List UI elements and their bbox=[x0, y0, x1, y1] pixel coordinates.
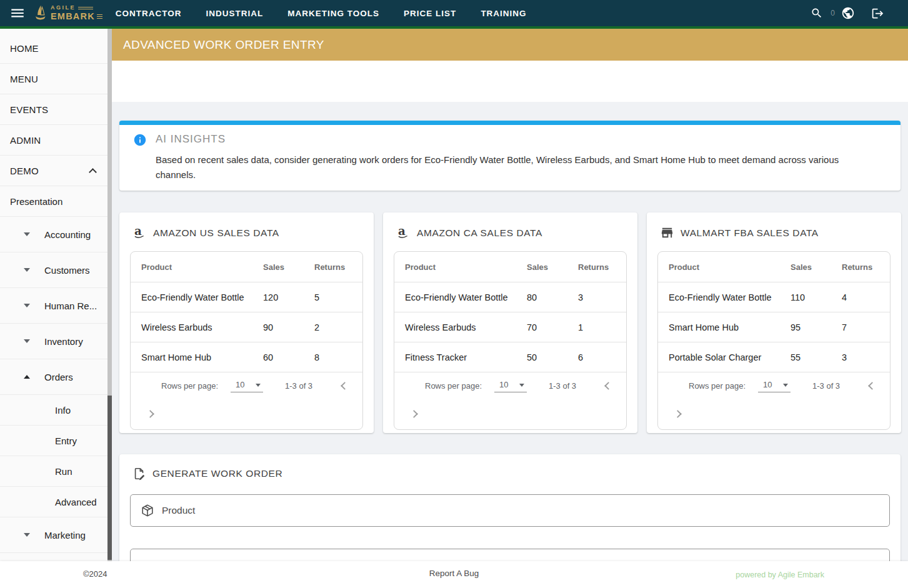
table-row: Portable Solar Charger 55 3 bbox=[658, 342, 890, 372]
sidebar-item-menu[interactable]: MENU bbox=[0, 64, 112, 94]
table-row: Eco-Friendly Water Bottle 120 5 bbox=[131, 282, 362, 312]
sidebar-item-label: Presentation bbox=[10, 196, 62, 207]
sidebar-item-customers[interactable]: Customers bbox=[0, 252, 112, 288]
triangle-down-icon bbox=[24, 268, 30, 272]
cell-returns: 3 bbox=[578, 292, 627, 302]
sidebar-item-inventory[interactable]: Inventory bbox=[0, 324, 112, 359]
brand-logo[interactable]: AGILE EMBARK bbox=[33, 4, 102, 22]
cell-sales: 70 bbox=[527, 322, 578, 332]
triangle-down-icon bbox=[24, 232, 30, 236]
table-pagination: Rows per page: 10 1-3 of 3 bbox=[131, 372, 362, 430]
sales-table: Product Sales Returns Eco-Friendly Water… bbox=[130, 251, 363, 430]
cell-product: Eco-Friendly Water Bottle bbox=[669, 292, 791, 302]
card-header: GENERATE WORK ORDER bbox=[132, 467, 282, 481]
sidebar-item-presentation[interactable]: Presentation bbox=[0, 186, 112, 217]
sidebar-item-label: Inventory bbox=[44, 336, 83, 347]
card-title: AMAZON US SALES DATA bbox=[153, 227, 279, 239]
sidebar-item-accounting[interactable]: Accounting bbox=[0, 217, 112, 252]
table-row: Smart Home Hub 95 7 bbox=[658, 312, 890, 342]
breadcrumb-band: HOME / DEMOS / WORK ORDERS / WORK ORDER … bbox=[112, 61, 908, 102]
sidebar-item-marketing[interactable]: Marketing bbox=[0, 517, 112, 553]
ai-insights-title: AI INSIGHTS bbox=[156, 133, 226, 146]
logout-icon[interactable] bbox=[871, 7, 884, 20]
cell-sales: 120 bbox=[263, 292, 314, 302]
nav-item-price-list[interactable]: PRICE LIST bbox=[404, 9, 456, 18]
nav-item-contractor[interactable]: CONTRACTOR bbox=[116, 9, 182, 18]
card-title: AMAZON CA SALES DATA bbox=[417, 227, 542, 239]
package-icon bbox=[141, 504, 154, 517]
sidebar-item-orders-advanced[interactable]: Advanced bbox=[0, 487, 112, 517]
sales-card-amazon-us: a AMAZON US SALES DATA Product Sales Ret… bbox=[119, 212, 374, 433]
copyright-text: ©2024 bbox=[83, 569, 107, 579]
previous-page-button[interactable] bbox=[868, 382, 876, 390]
cell-product: Smart Home Hub bbox=[669, 322, 791, 332]
table-row: Eco-Friendly Water Bottle 110 4 bbox=[658, 282, 890, 312]
rows-per-page-select[interactable]: 10 bbox=[231, 379, 263, 392]
sidebar-item-home[interactable]: HOME bbox=[0, 33, 112, 64]
column-returns: Returns bbox=[314, 262, 363, 272]
nav-item-industrial[interactable]: INDUSTRIAL bbox=[206, 9, 264, 18]
svg-text:a: a bbox=[134, 226, 142, 237]
sidebar-item-orders-info[interactable]: Info bbox=[0, 395, 112, 426]
next-page-button[interactable] bbox=[410, 410, 418, 418]
sidebar-scrollbar-thumb[interactable] bbox=[107, 396, 112, 560]
product-select-field[interactable]: Product bbox=[130, 494, 890, 527]
table-row: Eco-Friendly Water Bottle 80 3 bbox=[394, 282, 626, 312]
report-a-bug-link[interactable]: Report A Bug bbox=[429, 569, 479, 578]
previous-page-button[interactable] bbox=[604, 382, 612, 390]
notification-count: 0 bbox=[831, 9, 835, 17]
cell-product: Eco-Friendly Water Bottle bbox=[405, 292, 527, 302]
triangle-down-icon bbox=[24, 339, 30, 343]
cell-product: Wireless Earbuds bbox=[405, 322, 527, 332]
amazon-icon: a bbox=[396, 226, 411, 240]
info-icon bbox=[133, 133, 147, 147]
sidebar-item-label: Entry bbox=[55, 436, 77, 446]
cell-product: Eco-Friendly Water Bottle bbox=[141, 292, 263, 302]
cell-sales: 95 bbox=[791, 322, 842, 332]
cell-returns: 2 bbox=[314, 322, 363, 332]
next-page-button[interactable] bbox=[146, 410, 154, 418]
rows-per-page-label: Rows per page: bbox=[161, 381, 218, 391]
powered-by-link[interactable]: powered by Agile Embark bbox=[736, 571, 824, 579]
sidebar-item-orders-entry[interactable]: Entry bbox=[0, 426, 112, 456]
next-page-button[interactable] bbox=[674, 410, 682, 418]
rows-per-page-select[interactable]: 10 bbox=[494, 379, 527, 392]
sidebar-item-label: DEMO bbox=[10, 166, 39, 176]
menu-icon[interactable] bbox=[9, 5, 26, 21]
table-row: Wireless Earbuds 90 2 bbox=[131, 312, 362, 342]
sidebar-item-label: Run bbox=[55, 466, 72, 477]
rows-per-page-value: 10 bbox=[499, 380, 508, 389]
sidebar-item-orders[interactable]: Orders bbox=[0, 359, 112, 395]
rows-per-page-label: Rows per page: bbox=[425, 381, 482, 391]
column-returns: Returns bbox=[578, 262, 627, 272]
caret-down-icon bbox=[519, 384, 524, 387]
sidebar-item-label: ADMIN bbox=[10, 135, 41, 146]
column-returns: Returns bbox=[842, 262, 891, 272]
rows-per-page-select[interactable]: 10 bbox=[758, 379, 791, 392]
sidebar-item-orders-run[interactable]: Run bbox=[0, 456, 112, 487]
sales-table: Product Sales Returns Eco-Friendly Water… bbox=[657, 251, 891, 430]
primary-nav: CONTRACTOR INDUSTRIAL MARKETING TOOLS PR… bbox=[116, 9, 527, 18]
cell-returns: 1 bbox=[578, 322, 627, 332]
nav-item-training[interactable]: TRAINING bbox=[481, 9, 526, 18]
table-row: Smart Home Hub 60 8 bbox=[131, 342, 362, 372]
store-icon bbox=[660, 226, 674, 240]
search-icon[interactable] bbox=[811, 7, 823, 19]
sidebar-scrollbar-track[interactable] bbox=[107, 29, 112, 561]
sidebar-item-label: Accounting bbox=[44, 229, 91, 240]
brand-name-top: AGILE bbox=[51, 5, 76, 11]
sidebar-item-events[interactable]: EVENTS bbox=[0, 94, 112, 125]
column-product: Product bbox=[141, 262, 263, 272]
nav-item-marketing-tools[interactable]: MARKETING TOOLS bbox=[287, 9, 379, 18]
sidebar-item-demo[interactable]: DEMO bbox=[0, 156, 112, 186]
cell-product: Fitness Tracker bbox=[405, 352, 527, 362]
sidebar-item-human-resources[interactable]: Human Re... bbox=[0, 288, 112, 324]
sidebar-item-admin[interactable]: ADMIN bbox=[0, 125, 112, 156]
page-title: ADVANCED WORK ORDER ENTRY bbox=[123, 38, 324, 52]
table-pagination: Rows per page: 10 1-3 of 3 bbox=[394, 372, 626, 430]
ship-logo-icon bbox=[33, 4, 47, 22]
previous-page-button[interactable] bbox=[341, 382, 349, 390]
cell-returns: 3 bbox=[842, 352, 891, 362]
sales-table: Product Sales Returns Eco-Friendly Water… bbox=[394, 251, 627, 430]
globe-icon[interactable] bbox=[841, 6, 855, 20]
